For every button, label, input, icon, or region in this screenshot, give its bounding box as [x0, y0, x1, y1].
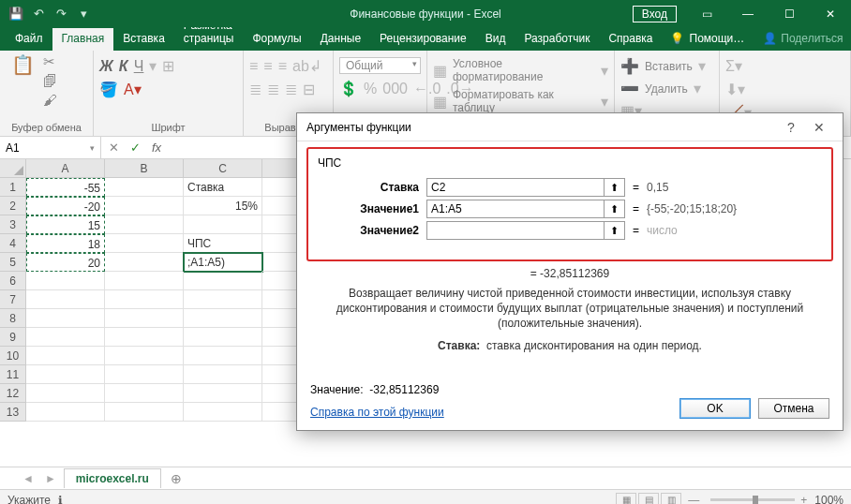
tab-home[interactable]: Главная	[52, 28, 114, 51]
percent-icon[interactable]: %	[364, 81, 377, 97]
sheet-nav-prev-icon[interactable]: ◄	[19, 472, 37, 485]
col-header-c[interactable]: C	[184, 159, 262, 178]
cell[interactable]	[105, 290, 184, 309]
row-header[interactable]: 12	[0, 384, 26, 403]
tab-help[interactable]: Справка	[599, 28, 662, 51]
arg-value1-input[interactable]	[426, 200, 605, 218]
cell-c4[interactable]: ЧПС	[184, 234, 262, 253]
collapse-dialog-icon[interactable]: ⬆	[605, 178, 625, 197]
undo-icon[interactable]: ↶	[28, 4, 49, 24]
cell-a2[interactable]: -20	[26, 197, 105, 215]
row-header[interactable]: 2	[0, 197, 26, 215]
tab-developer[interactable]: Разработчик	[515, 28, 599, 51]
cell[interactable]	[105, 197, 184, 215]
delete-cells-button[interactable]: ➖Удалить▾	[620, 80, 713, 97]
zoom-slider[interactable]	[710, 498, 795, 501]
collapse-dialog-icon[interactable]: ⬆	[605, 200, 625, 218]
redo-icon[interactable]: ↷	[51, 4, 71, 24]
row-header[interactable]: 7	[0, 290, 26, 309]
qat-more-icon[interactable]: ▾	[73, 4, 94, 24]
close-icon[interactable]: ✕	[810, 0, 851, 27]
accessibility-icon[interactable]: ℹ	[58, 494, 63, 505]
sheet-nav-next-icon[interactable]: ►	[41, 472, 60, 485]
cell[interactable]	[26, 309, 105, 328]
cell[interactable]	[105, 309, 184, 328]
tab-view[interactable]: Вид	[476, 28, 515, 51]
ribbon-options-icon[interactable]: ▭	[686, 0, 727, 27]
format-painter-icon[interactable]: 🖌	[43, 92, 57, 108]
cell[interactable]	[105, 234, 184, 253]
border-icon[interactable]: ⊞	[162, 57, 174, 75]
cell[interactable]	[184, 309, 262, 328]
number-format-select[interactable]: Общий	[339, 57, 421, 74]
collapse-dialog-icon[interactable]: ⬆	[605, 221, 625, 240]
zoom-level[interactable]: 100%	[814, 494, 844, 505]
cell-a3[interactable]: 15	[26, 215, 105, 234]
cell[interactable]	[184, 403, 262, 422]
cell[interactable]	[105, 253, 184, 272]
row-header[interactable]: 6	[0, 272, 26, 290]
cell[interactable]	[26, 403, 105, 422]
cell[interactable]	[26, 365, 105, 384]
name-box[interactable]: A1	[0, 137, 101, 158]
row-header[interactable]: 9	[0, 328, 26, 347]
cell-a1[interactable]: -55	[26, 178, 105, 197]
cell[interactable]	[105, 328, 184, 347]
col-header-b[interactable]: B	[105, 159, 184, 178]
fill-icon[interactable]: ⬇▾	[725, 81, 745, 98]
cell-a4[interactable]: 18	[26, 234, 105, 253]
zoom-out-icon[interactable]: —	[688, 494, 699, 505]
view-normal-icon[interactable]: ▦	[616, 493, 636, 505]
row-header[interactable]: 8	[0, 309, 26, 328]
cell-a5[interactable]: 20	[26, 253, 105, 272]
row-header[interactable]: 5	[0, 253, 26, 272]
row-header[interactable]: 3	[0, 215, 26, 234]
share-button[interactable]: 👤Поделиться	[752, 32, 851, 51]
cell[interactable]	[105, 215, 184, 234]
dialog-help-icon[interactable]: ?	[777, 120, 805, 135]
format-as-table-button[interactable]: ▦Форматировать как таблицу▾	[433, 88, 608, 114]
font-color-icon[interactable]: A▾	[124, 81, 142, 98]
row-header[interactable]: 13	[0, 403, 26, 422]
cell[interactable]	[26, 272, 105, 290]
cell[interactable]	[105, 272, 184, 290]
function-help-link[interactable]: Справка по этой функции	[310, 406, 444, 419]
cell[interactable]	[26, 328, 105, 347]
view-pagebreak-icon[interactable]: ▥	[661, 493, 681, 505]
arg-rate-input[interactable]	[426, 178, 605, 197]
row-header[interactable]: 11	[0, 365, 26, 384]
cancel-button[interactable]: Отмена	[758, 398, 829, 419]
zoom-in-icon[interactable]: +	[800, 494, 807, 505]
login-button[interactable]: Вход	[633, 6, 677, 22]
tab-formulas[interactable]: Формулы	[243, 28, 310, 51]
currency-icon[interactable]: 💲	[339, 80, 358, 97]
dialog-close-icon[interactable]: ✕	[805, 120, 833, 135]
cell-c1[interactable]: Ставка	[184, 178, 262, 197]
cell[interactable]	[184, 290, 262, 309]
fx-icon[interactable]: fx	[152, 141, 161, 155]
cut-icon[interactable]: ✂	[43, 53, 57, 70]
cell[interactable]	[184, 328, 262, 347]
cell[interactable]	[184, 272, 262, 290]
tab-review[interactable]: Рецензирование	[370, 28, 476, 51]
cell[interactable]	[105, 384, 184, 403]
conditional-formatting-button[interactable]: ▦Условное форматирование▾	[433, 57, 608, 83]
maximize-icon[interactable]: ☐	[769, 0, 810, 27]
cell[interactable]	[184, 347, 262, 365]
insert-cells-button[interactable]: ➕Вставить▾	[620, 57, 713, 75]
view-layout-icon[interactable]: ▤	[638, 493, 659, 505]
cell[interactable]	[105, 403, 184, 422]
row-header[interactable]: 1	[0, 178, 26, 197]
tab-file[interactable]: Файл	[6, 28, 52, 51]
tab-insert[interactable]: Вставка	[113, 28, 174, 51]
tab-data[interactable]: Данные	[311, 28, 370, 51]
cell-c2[interactable]: 15%	[184, 197, 262, 215]
save-icon[interactable]: 💾	[6, 4, 26, 24]
row-header[interactable]: 4	[0, 234, 26, 253]
cell[interactable]	[26, 290, 105, 309]
col-header-a[interactable]: A	[26, 159, 105, 178]
minimize-icon[interactable]: —	[727, 0, 769, 27]
cancel-formula-icon[interactable]: ✕	[109, 141, 119, 155]
tell-me[interactable]: 💡Помощи…	[663, 32, 753, 51]
autosum-icon[interactable]: Σ▾	[725, 57, 742, 75]
